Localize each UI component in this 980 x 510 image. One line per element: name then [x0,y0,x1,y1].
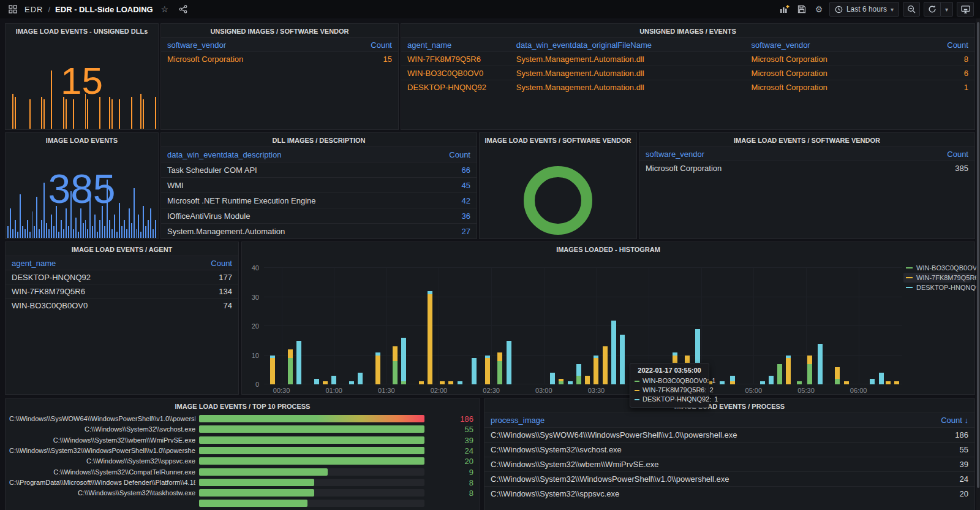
panel-title[interactable]: IMAGE LOAD EVENTS / AGENT [6,242,238,255]
table-cell: Task Scheduler COM API [161,166,325,175]
panel-title[interactable]: IMAGE LOAD EVENTS / TOP 10 PROCESS [6,399,480,412]
table-header-cell[interactable]: data_win_eventdata_originalFileName [510,40,745,50]
histogram-bar-segment [296,341,301,384]
panel-vendor-donut: IMAGE LOAD EVENTS / SOFTWARE VENDOR [479,132,637,239]
dashboard-settings-gear-icon[interactable]: ⚙ [812,2,826,16]
sparkline-bar [136,229,137,238]
clock-icon [835,6,843,13]
legend-item[interactable]: WIN-7FK8M79Q5R6 [903,273,971,283]
gauge-track [199,489,424,497]
table-header-cell[interactable]: software_vendor [745,40,860,50]
sparkline-bar [36,197,37,238]
refresh-button[interactable] [924,2,941,17]
table-cell: IOfficeAntiVirus Module [161,211,325,221]
table-row: C:\\Windows\\System32\\svchost.exe55 [484,442,974,457]
table-cell: 36 [325,211,477,221]
sparkline-bar [46,223,47,238]
star-icon[interactable]: ☆ [158,2,172,16]
breadcrumb-root[interactable]: EDR [24,5,43,14]
table-cell: 177 [127,273,238,282]
gauge-bar [199,425,424,433]
gauge-bar [199,489,314,497]
table-header-cell[interactable]: Count [325,150,477,159]
x-axis-label: 00:30 [273,387,290,394]
zoom-out-time-button[interactable] [903,2,920,17]
panel-title[interactable]: IMAGE LOAD EVENTS / SOFTWARE VENDOR [639,133,974,146]
table-header-cell[interactable]: agent_name [401,40,510,50]
table-header-cell[interactable]: Count [797,150,974,159]
table-cell: WIN-7FK8M79Q5R6 [401,55,510,64]
sparkline-bar [75,218,77,238]
vendor-table: software_vendorCountMicrosoft Corporatio… [639,147,974,238]
table-header-cell[interactable]: Count ↓ [769,416,974,425]
sparkline-bar [99,97,100,129]
sparkline-bar [119,203,120,238]
sparkline-bar [53,226,55,238]
save-dashboard-icon[interactable] [795,2,809,16]
histogram-plot[interactable]: 01020304000:3001:0001:3002:0002:3003:000… [264,268,902,384]
histogram-bar-segment [730,381,735,384]
table-header-cell[interactable]: agent_name [6,259,127,268]
table-row: Microsoft .NET Runtime Execution Engine4… [161,192,477,208]
panel-title[interactable]: IMAGE LOAD EVENTS / SOFTWARE VENDOR [480,133,636,146]
table-header-cell[interactable]: Count [860,40,974,50]
table-cell: System.Management.Automation.dll [510,69,745,78]
panel-title[interactable]: IMAGE LOAD EVENTS [6,133,158,146]
histogram-bar-segment [270,358,275,384]
histogram-bar-segment [419,381,424,384]
table-header-cell[interactable]: Count [284,40,398,50]
share-icon[interactable] [176,2,190,16]
tooltip-series-name: WIN-7FK8M79Q5R6: [643,386,707,395]
table-cell: C:\\Windows\\System32\\sppsvc.exe [484,489,769,498]
sparkline-bar [114,215,115,238]
sparkline-bar [89,194,91,238]
table-row: C:\\Windows\\System32\\WindowsPowerShell… [484,471,974,486]
panel-title[interactable]: IMAGE LOAD EVENTS - UNSIGNED DLLs [6,24,158,37]
time-range-picker[interactable]: Last 6 hours ▾ [829,2,899,17]
gauge-row-label: C:\\Windows\\SysWOW64\\WindowsPowerShell… [9,415,195,423]
table-cell: WIN-BO3C0QB0OV0 [401,69,510,78]
panel-title[interactable]: DLL IMAGES / DESCRIPTION [161,133,477,146]
dashboards-grid-icon[interactable] [6,2,20,16]
histogram-bar-segment [720,381,725,384]
table-header-cell[interactable]: software_vendor [639,150,797,159]
panel-title[interactable]: UNSIGNED IMAGES / SOFTWARE VENDOR [161,24,398,37]
table-header-cell[interactable]: process_image [484,416,769,425]
scrollbar-thumb[interactable] [977,22,979,488]
table-row: WIN-7FK8M79Q5R6134 [6,284,238,298]
sparkline-bar [121,226,123,238]
sparkline-bar [107,180,108,238]
table-cell: 24 [769,474,974,484]
table-header-cell[interactable]: data_win_eventdata_description [161,150,325,159]
histogram-bar-segment [835,367,840,379]
panel-title[interactable]: UNSIGNED IMAGES / EVENTS [401,24,974,37]
histogram-bar-segment [550,373,555,384]
panel-title[interactable]: IMAGE LOAD EVENTS / PROCESS [484,399,974,412]
histogram-bar-segment [331,376,336,384]
sparkline-bar [43,99,45,129]
legend-item[interactable]: WIN-BO3C0QB0OV0 [903,263,971,273]
add-panel-icon[interactable] [778,2,791,16]
sparkline-bar [126,229,127,238]
histogram-bar-segment [559,379,564,382]
tooltip-row: DESKTOP-HNQNQ92:1 [635,395,704,404]
table-cell: 45 [325,181,477,190]
table-header-cell[interactable]: Count [127,259,238,268]
gridline [859,268,859,384]
table-cell: 42 [325,196,477,205]
legend-item[interactable]: DESKTOP-HNQNQ92 [903,283,971,292]
sparkline-bar [12,94,13,129]
table-header-cell[interactable]: software_vendor [161,40,284,50]
histogram-bar-segment [594,358,598,384]
table-row: Microsoft Corporation385 [639,161,974,175]
histogram-bar-segment [507,341,511,384]
refresh-interval-caret[interactable]: ▾ [941,2,953,17]
donut-chart[interactable] [524,166,592,235]
gauge-track [199,500,424,507]
panel-title[interactable]: IMAGES LOADED - HISTOGRAM [242,242,974,255]
histogram-bar-segment [894,381,899,384]
gauge-value: 24 [431,447,473,455]
sparkline-bar [140,232,141,238]
kiosk-mode-button[interactable] [957,2,974,17]
page-scrollbar[interactable] [976,18,980,510]
